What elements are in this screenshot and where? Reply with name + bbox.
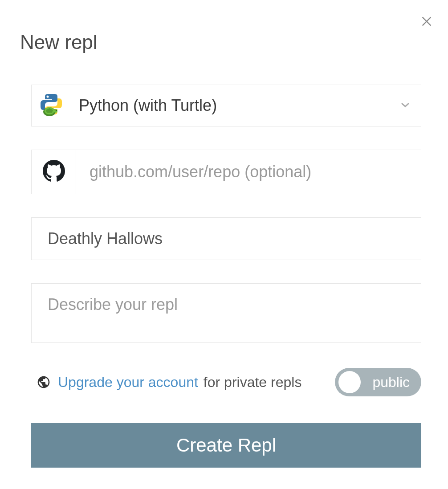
visibility-toggle[interactable]: public [335,368,421,396]
github-repo-field [31,150,421,194]
github-icon-cell [32,150,76,194]
repl-name-input[interactable] [32,218,421,260]
create-repl-button[interactable]: Create Repl [31,423,421,468]
github-repo-input[interactable] [76,150,421,194]
toggle-knob [338,371,361,393]
toggle-label: public [372,374,410,391]
globe-icon [37,375,51,389]
close-icon [420,15,433,28]
python-turtle-icon [41,93,65,118]
github-icon [43,160,65,184]
privacy-row: Upgrade your account for private repls p… [31,368,421,396]
repl-name-field [31,217,421,260]
repl-description-field [31,283,421,343]
svg-point-2 [47,96,49,98]
chevron-down-icon [390,103,421,108]
privacy-suffix-text: for private repls [204,374,302,391]
svg-point-5 [54,109,57,113]
language-icon-cell [32,85,74,126]
close-button[interactable] [419,13,435,31]
language-selected-label: Python (with Turtle) [74,96,390,115]
language-select[interactable]: Python (with Turtle) [31,85,421,126]
upgrade-account-link[interactable]: Upgrade your account [58,374,198,391]
repl-description-input[interactable] [32,284,421,342]
svg-point-6 [56,110,57,111]
modal-title: New repl [20,31,428,53]
